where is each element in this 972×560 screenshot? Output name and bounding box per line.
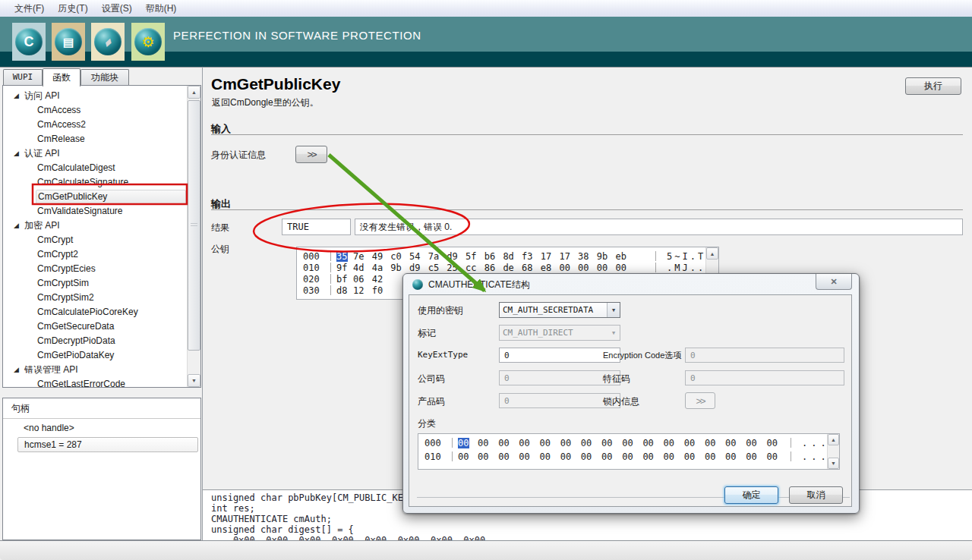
cmauthenticate-dialog: CMAUTHENTICATE结构 ✕ 使用的密钥 CM_AUTH_SECRETD… (402, 273, 860, 514)
expand-arrow-icon: ◢ (14, 219, 19, 233)
dialog-title: CMAUTHENTICATE结构 (428, 278, 530, 291)
auth-info-label: 身份认证信息 (211, 149, 266, 162)
tree-item-cmcryptsim[interactable]: CmCryptSim (4, 276, 186, 291)
hex-byte: bf (336, 274, 348, 285)
code-line: 0x00, 0x00, 0x00, 0x00, 0x00, 0x00, 0x00… (211, 535, 972, 540)
divider (417, 497, 850, 498)
code-line: CMAUTHENTICATE cmAuth; (211, 514, 972, 524)
featurecode-label: 特征码 (603, 373, 630, 385)
hex-byte: 9f (336, 263, 348, 273)
auth-info-expand-button[interactable]: >> (295, 146, 327, 163)
lockinfo-label: 锁内信息 (603, 395, 639, 408)
dropdown-arrow-icon: ▼ (607, 303, 620, 317)
tab-function-blocks[interactable]: 功能块 (80, 69, 129, 85)
scroll-up-icon[interactable]: ▲ (188, 86, 200, 99)
tree-group-crypt-api[interactable]: ◢加密 API (4, 219, 186, 233)
close-icon[interactable]: ✕ (816, 274, 852, 290)
dongle-icon: ▰ (91, 23, 125, 61)
hex-address: 020 (303, 274, 327, 285)
hex-bytes: 00 00 00 00 00 00 00 00 00 00 00 00 00 0… (478, 438, 778, 448)
menu-bar: 文件(F) 历史(T) 设置(S) 帮助(H) (0, 0, 972, 17)
category-label: 分类 (418, 417, 436, 430)
tree-group-auth-api[interactable]: ◢认证 API (4, 146, 186, 161)
tree-item-cmcalculatesignature[interactable]: CmCalculateSignature (4, 175, 186, 190)
tree-item-cmcryptsim2[interactable]: CmCryptSim2 (4, 291, 186, 305)
execute-button[interactable]: 执行 (905, 77, 961, 95)
keyexttype-label: KeyExtType (418, 350, 468, 360)
hex-bytes: 12 f0 (353, 285, 383, 296)
tree-group-access-api[interactable]: ◢访问 API (4, 89, 186, 103)
tree-item-cmcalculatedigest[interactable]: CmCalculateDigest (4, 161, 186, 175)
scroll-down-icon[interactable]: ▼ (828, 458, 839, 469)
expand-arrow-icon: ◢ (14, 146, 19, 161)
cancel-button[interactable]: 取消 (789, 486, 843, 504)
hex-selected-byte[interactable]: 35 (336, 251, 348, 262)
menu-history[interactable]: 历史(T) (51, 1, 94, 17)
doc-glyph: ▤ (63, 36, 74, 48)
dialog-body: 使用的密钥 CM_AUTH_SECRETDATA▼ 标记 CM_AUTH_DIR… (409, 294, 852, 507)
hex-bytes: 4d 4a 9b d9 c5 25 cc 86 de 68 e8 00 00 0… (353, 263, 626, 273)
keyexttype-field[interactable]: 0 (499, 348, 620, 363)
menu-settings[interactable]: 设置(S) (95, 1, 139, 17)
ok-button[interactable]: 确定 (724, 486, 778, 504)
tree-item-cmgetpublickey[interactable]: CmGetPublicKey (4, 190, 186, 204)
result-message-field[interactable]: 没有发生错误，错误 0. (355, 219, 963, 235)
expand-arrow-icon: ◢ (14, 89, 19, 103)
tree-scrollbar[interactable]: ▲ ▼ (187, 86, 200, 387)
page-title: CmGetPublicKey (211, 75, 340, 93)
scroll-down-icon[interactable]: ▼ (188, 374, 200, 387)
hex-byte: d8 (336, 285, 348, 296)
tree-item-cmgetpiodatakey[interactable]: CmGetPioDataKey (4, 348, 186, 363)
productcode-field: 0 (499, 393, 620, 408)
logo-glyph: C (24, 35, 34, 49)
tree-scrollbar-thumb[interactable] (188, 100, 200, 351)
tree-item-cmcalculatepiocorekey[interactable]: CmCalculatePioCoreKey (4, 305, 186, 319)
hex-scrollbar[interactable]: ▲ ▼ (827, 434, 839, 469)
firmcode-field: 0 (499, 370, 620, 385)
tab-functions[interactable]: 函数 (43, 68, 80, 87)
key-select[interactable]: CM_AUTH_SECRETDATA▼ (499, 302, 620, 318)
flag-select: CM_AUTH_DIRECT▼ (499, 325, 620, 341)
lockinfo-expand-button[interactable]: >> (685, 392, 715, 409)
handle-item-none[interactable]: <no handle> (24, 423, 74, 433)
flag-label: 标记 (418, 327, 436, 340)
plug-glyph: ▰ (102, 36, 114, 48)
scroll-up-icon[interactable]: ▲ (706, 247, 718, 260)
handle-panel-title: 句柄 (11, 402, 30, 415)
handle-item-hcmse1[interactable]: hcmse1 = 287 (17, 437, 198, 452)
banner-slogan: PERFECTION IN SOFTWARE PROTECTION (173, 29, 421, 42)
tree-item-cmgetlasterrorcode[interactable]: CmGetLastErrorCode (4, 377, 186, 392)
tree-item-cmaccess[interactable]: CmAccess (4, 103, 186, 118)
tree-item-cmrelease[interactable]: CmRelease (4, 132, 186, 146)
gear-icon: ⚙ (131, 23, 165, 61)
codemeter-logo-icon: C (12, 23, 46, 61)
tab-wupi[interactable]: WUPI (3, 69, 43, 85)
tree-group-error-api[interactable]: ◢错误管理 API (4, 363, 186, 377)
hex-bytes: 7e 49 c0 54 7a d9 5f b6 8d f3 17 17 38 9… (353, 251, 626, 262)
hex-byte: 00 (458, 451, 469, 462)
gear-glyph: ⚙ (141, 35, 154, 49)
tree-item-cmdecryptpiodata[interactable]: CmDecryptPioData (4, 334, 186, 348)
status-bar (0, 540, 972, 560)
function-tree: ◢访问 API CmAccess CmAccess2 CmRelease ◢认证… (2, 85, 201, 388)
encryption-code-label: Encryption Code选项 (603, 350, 681, 361)
menu-help[interactable]: 帮助(H) (139, 1, 184, 17)
firmcode-label: 公司码 (418, 373, 445, 385)
key-select-value: CM_AUTH_SECRETDATA (500, 305, 607, 315)
tree-item-cmaccess2[interactable]: CmAccess2 (4, 118, 186, 132)
tree-item-cmgetsecuredata[interactable]: CmGetSecureData (4, 319, 186, 334)
tree-item-cmcrypt[interactable]: CmCrypt (4, 233, 186, 247)
productcode-label: 产品码 (418, 395, 445, 408)
divider (211, 134, 963, 135)
result-value-field[interactable]: TRUE (282, 219, 351, 235)
tree-item-cmcryptecies[interactable]: CmCryptEcies (4, 262, 186, 276)
category-hex-viewer[interactable]: 0000000 00 00 00 00 00 00 00 00 00 00 00… (418, 433, 840, 470)
scroll-up-icon[interactable]: ▲ (828, 434, 839, 445)
menu-file[interactable]: 文件(F) (8, 1, 51, 17)
hex-selected-byte[interactable]: 00 (458, 438, 469, 448)
tree-item-cmvalidatesignature[interactable]: CmValidateSignature (4, 204, 186, 219)
divider (3, 418, 200, 419)
tree-item-cmcrypt2[interactable]: CmCrypt2 (4, 247, 186, 262)
hex-address: 000 (303, 251, 327, 262)
handle-panel: 句柄 <no handle> hcmse1 = 287 (2, 398, 201, 540)
